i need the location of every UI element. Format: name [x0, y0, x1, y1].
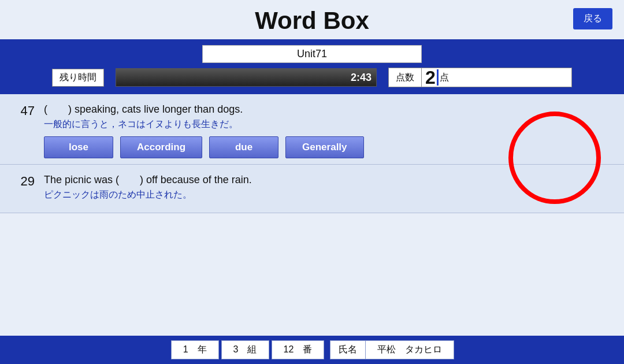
score-number: 2: [425, 68, 436, 87]
blue-band: Unit71 残り時間 2:43 点数 2 点: [0, 39, 624, 94]
timer-label: 残り時間: [52, 69, 104, 87]
back-button[interactable]: 戻る: [573, 8, 612, 29]
question-body-47: ( ) speaking, cats live longer than dogs…: [44, 102, 612, 158]
score-cursor: [437, 69, 439, 86]
score-container: 点数 2 点: [388, 68, 572, 87]
footer-class: 3 組: [221, 340, 269, 359]
page-title: Word Box: [0, 7, 624, 35]
score-value-box: 2 点: [422, 68, 572, 87]
question-number-47: 47: [12, 102, 35, 118]
timer-value: 2:43: [351, 72, 372, 84]
score-unit: 点: [440, 72, 449, 84]
stats-row: 残り時間 2:43 点数 2 点: [52, 68, 572, 87]
main-content: 47 ( ) speaking, cats live longer than d…: [0, 94, 624, 213]
answer-btn-generally[interactable]: Generally: [285, 136, 364, 158]
question-japanese-29: ピクニックは雨のため中止された。: [44, 189, 612, 201]
footer-number: 12 番: [272, 340, 325, 359]
answer-btn-due[interactable]: due: [209, 136, 278, 158]
footer: 1 年 3 組 12 番 氏名 平松 タカヒロ: [0, 336, 624, 364]
question-text-29: The picnic was ( ) off because of the ra…: [44, 173, 612, 187]
answer-buttons-47: lose According due Generally: [44, 136, 612, 158]
answer-btn-according[interactable]: According: [120, 136, 202, 158]
header: Word Box 戻る: [0, 0, 624, 39]
question-body-29: The picnic was ( ) off because of the ra…: [44, 173, 612, 207]
question-japanese-47: 一般的に言うと，ネコはイヌよりも長生きだ。: [44, 118, 612, 131]
question-row-47: 47 ( ) speaking, cats live longer than d…: [0, 94, 624, 165]
answer-btn-lose[interactable]: lose: [44, 136, 113, 158]
footer-year: 1 年: [171, 340, 219, 359]
question-row-29: 29 The picnic was ( ) off because of the…: [0, 165, 624, 213]
unit-label: Unit71: [202, 45, 422, 63]
footer-name-value: 平松 タカヒロ: [366, 340, 454, 359]
timer-bar: 2:43: [116, 68, 377, 87]
question-text-47: ( ) speaking, cats live longer than dogs…: [44, 102, 612, 116]
footer-name-label: 氏名: [330, 340, 366, 359]
question-47-wrapper: 47 ( ) speaking, cats live longer than d…: [0, 94, 624, 165]
score-label: 点数: [388, 68, 422, 87]
question-number-29: 29: [12, 173, 35, 189]
